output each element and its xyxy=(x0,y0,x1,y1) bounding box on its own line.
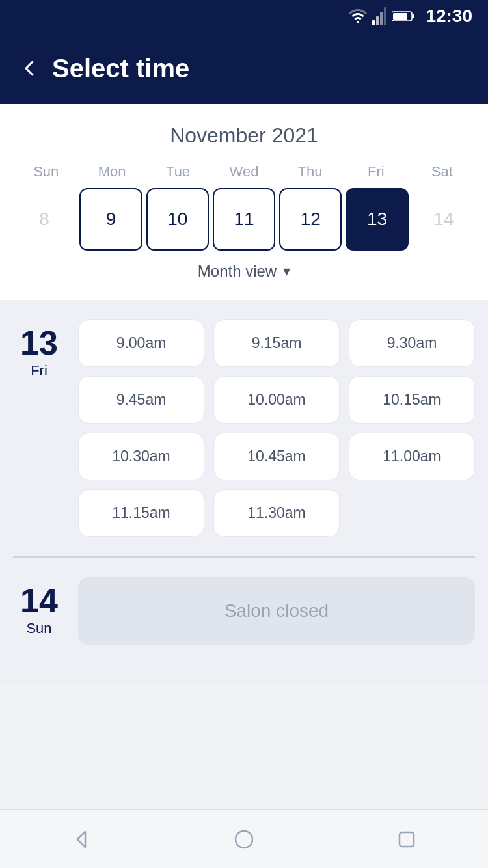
slots-grid-13: 9.00am 9.15am 9.30am 9.45am 10.00am 10.1… xyxy=(78,319,475,537)
day-header-thu: Thu xyxy=(277,163,343,180)
svg-rect-3 xyxy=(384,7,386,25)
day-header-fri: Fri xyxy=(343,163,409,180)
day-cell-12[interactable]: 12 xyxy=(279,188,342,251)
time-slot-900[interactable]: 9.00am xyxy=(78,319,204,367)
time-slots-section: 13 Fri 9.00am 9.15am 9.30am 9.45am 10.00… xyxy=(0,300,488,684)
time-slot-945[interactable]: 9.45am xyxy=(78,376,204,424)
svg-rect-2 xyxy=(380,12,383,25)
chevron-down-icon: ▾ xyxy=(283,263,290,280)
month-year-label: November 2021 xyxy=(13,124,475,148)
nav-home-button[interactable] xyxy=(224,820,264,859)
day-header-sun: Sun xyxy=(13,163,79,180)
month-view-button[interactable]: Month view ▾ xyxy=(13,251,475,287)
time-slot-1015[interactable]: 10.15am xyxy=(349,376,475,424)
section-divider xyxy=(13,556,475,558)
svg-rect-0 xyxy=(372,20,375,25)
day-header-mon: Mon xyxy=(79,163,144,180)
day-cell-11[interactable]: 11 xyxy=(213,188,275,251)
svg-rect-9 xyxy=(400,832,414,847)
month-view-label: Month view xyxy=(198,262,277,280)
svg-rect-1 xyxy=(376,16,379,25)
status-icons: 12:30 xyxy=(349,6,472,27)
salon-closed-label: Salon closed xyxy=(78,577,475,645)
battery-icon xyxy=(392,10,415,23)
nav-back-button[interactable] xyxy=(62,820,101,859)
day-cells: 8 9 10 11 12 13 14 xyxy=(13,188,475,251)
status-bar: 12:30 xyxy=(0,0,488,33)
day-num-14: 14 xyxy=(20,584,58,617)
day-cell-9[interactable]: 9 xyxy=(79,188,142,251)
day-block-14: 14 Sun Salon closed xyxy=(13,577,475,645)
day-header-tue: Tue xyxy=(145,163,211,180)
time-slot-1115[interactable]: 11.15am xyxy=(78,489,204,537)
wifi-icon xyxy=(349,9,367,23)
day-headers: Sun Mon Tue Wed Thu Fri Sat xyxy=(13,163,475,180)
day-cell-8: 8 xyxy=(13,188,75,251)
day-name-13: Fri xyxy=(31,362,47,379)
status-time: 12:30 xyxy=(426,6,472,27)
day-num-13: 13 xyxy=(20,326,58,360)
day-number-13: 13 Fri xyxy=(13,319,65,537)
signal-icon xyxy=(372,7,386,25)
day-block-13: 13 Fri 9.00am 9.15am 9.30am 9.45am 10.00… xyxy=(13,319,475,537)
back-button[interactable] xyxy=(20,59,39,78)
calendar-section: November 2021 Sun Mon Tue Wed Thu Fri Sa… xyxy=(0,104,488,300)
day-cell-13[interactable]: 13 xyxy=(346,188,408,251)
header: Select time xyxy=(0,33,488,104)
time-slot-1000[interactable]: 10.00am xyxy=(213,376,340,424)
day-name-14: Sun xyxy=(26,620,51,637)
svg-marker-7 xyxy=(77,832,85,847)
day-header-wed: Wed xyxy=(211,163,277,180)
svg-point-8 xyxy=(236,831,252,848)
nav-recent-button[interactable] xyxy=(387,820,426,859)
time-slot-915[interactable]: 9.15am xyxy=(213,319,340,367)
day-header-sat: Sat xyxy=(409,163,475,180)
svg-rect-5 xyxy=(412,14,414,18)
time-slot-1030[interactable]: 10.30am xyxy=(78,433,204,480)
time-slot-1045[interactable]: 10.45am xyxy=(213,433,340,480)
page-title: Select time xyxy=(52,54,189,83)
time-slot-1130[interactable]: 11.30am xyxy=(213,489,340,537)
svg-rect-6 xyxy=(393,13,407,20)
bottom-nav xyxy=(0,809,488,868)
day-cell-14: 14 xyxy=(413,188,475,251)
day-number-14: 14 Sun xyxy=(13,577,65,645)
time-slot-1100[interactable]: 11.00am xyxy=(349,433,475,480)
day-cell-10[interactable]: 10 xyxy=(146,188,209,251)
time-slot-930[interactable]: 9.30am xyxy=(349,319,475,367)
